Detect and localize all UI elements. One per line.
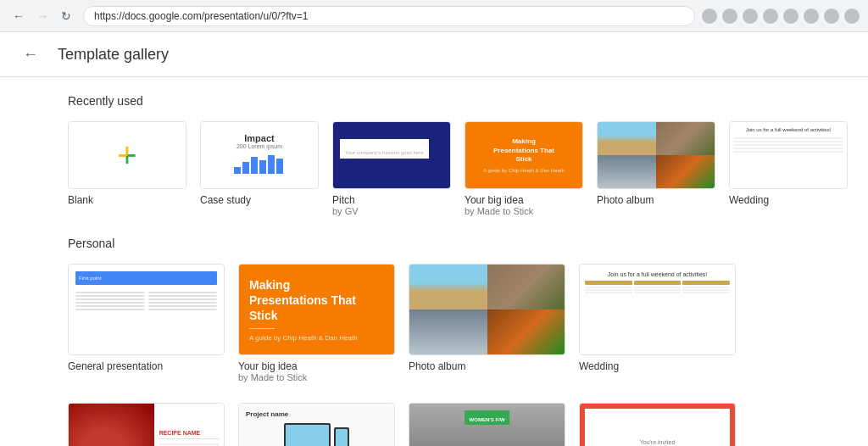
wedding-col-line-7: [682, 287, 730, 288]
template-thumb-wedding-lg: Join us for a full weekend of activities…: [579, 264, 736, 355]
gen-line-10: [148, 302, 218, 304]
gen-line-8: [148, 295, 218, 297]
big-idea-lg-text: MakingPresentations ThatStick: [249, 277, 356, 324]
personal-title: Personal: [68, 237, 800, 250]
browser-icon-2: [722, 8, 737, 24]
wedding-col-line-9: [682, 292, 730, 293]
template-photo-album-lg[interactable]: Photo album: [409, 264, 565, 382]
forward-button[interactable]: →: [32, 6, 53, 26]
template-wedding-lg[interactable]: Join us for a full weekend of activities…: [579, 264, 736, 382]
pitch-mission-text: Mission statement:: [345, 142, 424, 150]
wedding-sm-lines: [733, 136, 843, 154]
portfolio-device: [246, 423, 387, 446]
gen-line-6: [75, 309, 145, 310]
browser-icon-6: [804, 8, 819, 24]
address-bar[interactable]: https://docs.google.com/presentation/u/0…: [83, 6, 695, 26]
wedding-col-header-1: [585, 281, 632, 285]
browser-icon-7: [824, 8, 839, 24]
wedding-col-line-2: [585, 289, 632, 291]
template-name-photo-album-lg: Photo album: [409, 360, 565, 372]
template-lookbook[interactable]: WOMEN'S F/W Lookbook: [409, 403, 565, 446]
template-your-big-idea-lg[interactable]: MakingPresentations ThatStick A guide by…: [238, 264, 395, 382]
gen-line-9: [148, 298, 218, 300]
gen-line-11: [148, 305, 218, 307]
recently-used-section: Recently used + Blank Impact 200 Lorem i…: [68, 94, 800, 216]
photo-lg-cell-1: [409, 265, 487, 309]
wedding-col-1: [585, 281, 632, 294]
recently-used-title: Recently used: [68, 94, 800, 108]
recipe-text-1: [159, 443, 219, 445]
pitch-sub-text: Your company's mission goes here: [345, 150, 424, 155]
template-your-big-idea-sm[interactable]: MakingPresentations ThatStick A guide by…: [465, 121, 583, 216]
template-party-invite[interactable]: You're invited Wendy's 28th Birthday! Pa…: [579, 403, 736, 446]
recipe-divider: [159, 438, 219, 439]
laptop-screen: [286, 425, 329, 446]
wedding-col-line-1: [585, 287, 632, 288]
photo-lg-cell-2: [487, 265, 565, 309]
case-study-sub: 200 Lorem ipsum: [236, 143, 282, 149]
template-general-presentation[interactable]: First point: [68, 264, 225, 382]
template-thumb-pitch: Mission statement: Your company's missio…: [332, 121, 451, 189]
wedding-col-line-4: [634, 287, 682, 288]
photo-cell-4: [656, 155, 715, 188]
portfolio-title: Project name: [246, 410, 387, 418]
recipe-left: [69, 404, 154, 446]
wedding-col-2: [634, 281, 682, 294]
gen-col-2: [148, 290, 218, 312]
template-by-your-big-idea-lg: by Made to Stick: [238, 372, 395, 382]
wedding-line-3: [733, 144, 843, 146]
wedding-col-line-3: [585, 292, 632, 293]
phone-icon: [334, 427, 349, 446]
template-recipe-book[interactable]: RECIPE NAME Recipe book: [68, 403, 225, 446]
refresh-button[interactable]: ↻: [56, 6, 76, 26]
back-button[interactable]: ←: [8, 6, 29, 26]
template-name-wedding-lg: Wedding: [579, 360, 736, 372]
template-photo-album-sm[interactable]: Photo album: [597, 121, 715, 216]
laptop-icon: [284, 423, 331, 446]
template-pitch[interactable]: Mission statement: Your company's missio…: [332, 121, 451, 216]
gen-line-2: [75, 295, 145, 297]
lookbook-badge: WOMEN'S F/W: [465, 410, 510, 425]
template-portfolio[interactable]: Project name Portfolio: [238, 403, 395, 446]
template-case-study[interactable]: Impact 200 Lorem ipsum Case study: [200, 121, 319, 216]
wedding-sm-title: Join us for a full weekend of activities…: [746, 127, 832, 132]
template-name-blank: Blank: [68, 194, 186, 206]
wedding-col-3: [682, 281, 730, 294]
big-idea-lg-divider: [249, 328, 275, 329]
phone-screen: [336, 429, 348, 446]
template-wedding-sm[interactable]: Join us for a full weekend of activities…: [729, 121, 848, 216]
template-name-photo-album-sm: Photo album: [597, 194, 715, 206]
wedding-lg-title: Join us for a full weekend of activities…: [608, 271, 708, 277]
recipe-right: RECIPE NAME: [154, 404, 224, 446]
bar-1: [234, 167, 241, 174]
bar-2: [242, 162, 249, 174]
gen-body: [75, 290, 217, 312]
photo-lg-cell-3: [409, 309, 487, 354]
template-blank[interactable]: + Blank: [68, 121, 186, 216]
browser-icon-1: [702, 8, 717, 24]
wedding-col-line-8: [682, 289, 730, 291]
gen-line-5: [75, 305, 145, 307]
template-name-general: General presentation: [68, 360, 225, 372]
wedding-col-line-6: [634, 292, 682, 293]
template-name-wedding-sm: Wedding: [729, 194, 848, 206]
app-back-button[interactable]: ←: [17, 41, 44, 68]
personal-row-1: First point: [68, 264, 800, 382]
gen-line-4: [75, 302, 145, 304]
template-name-case-study: Case study: [200, 194, 319, 206]
browser-icon-5: [783, 8, 798, 24]
party-invited-text: You're invited: [640, 439, 676, 445]
template-name-pitch: Pitch: [332, 194, 451, 206]
wedding-col-line-5: [634, 289, 682, 291]
photo-cell-1: [598, 122, 656, 155]
wedding-line-4: [733, 148, 843, 149]
template-thumb-case-study: Impact 200 Lorem ipsum: [200, 121, 319, 189]
personal-section: Personal First point: [68, 237, 800, 446]
gen-line-12: [148, 309, 218, 310]
template-thumb-party: You're invited Wendy's 28th Birthday!: [579, 403, 736, 446]
recently-used-row: + Blank Impact 200 Lorem ipsum: [68, 121, 800, 216]
template-by-pitch: by GV: [332, 206, 451, 216]
template-thumb-recipe: RECIPE NAME: [68, 403, 225, 446]
wedding-lg-schedule: [585, 281, 730, 294]
case-study-chart: [234, 153, 285, 174]
